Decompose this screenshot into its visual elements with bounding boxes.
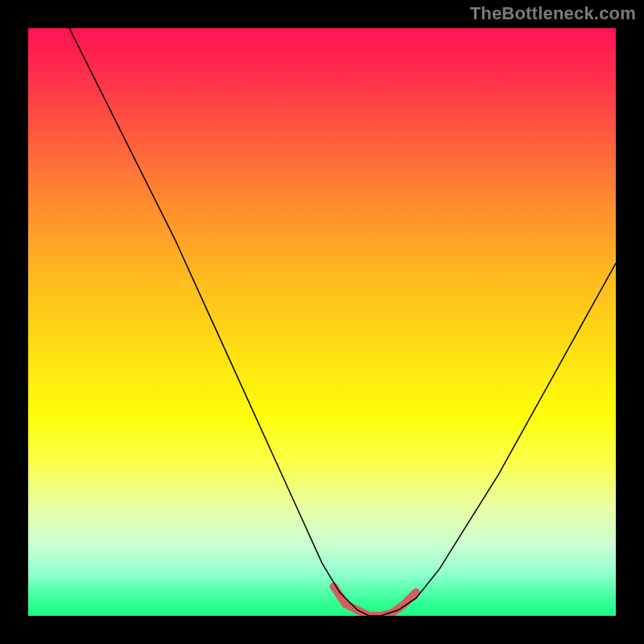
attribution-label: TheBottleneck.com bbox=[470, 3, 636, 24]
sweet-spot-highlight bbox=[334, 587, 416, 617]
chart-stage: TheBottleneck.com bbox=[0, 0, 644, 644]
bottleneck-curve bbox=[69, 28, 616, 616]
plot-area bbox=[28, 28, 616, 616]
curve-svg bbox=[28, 28, 616, 616]
